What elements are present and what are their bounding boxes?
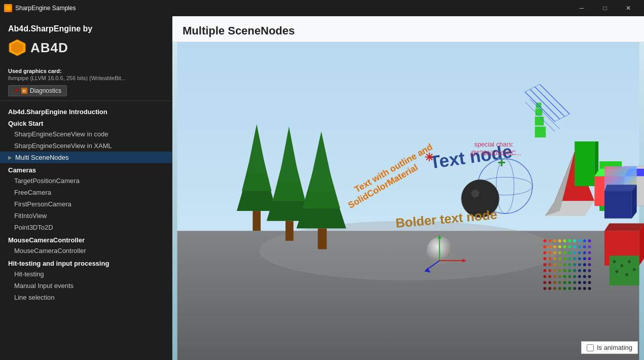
nav-section-quickstart: Quick Start bbox=[0, 117, 172, 128]
svg-point-97 bbox=[543, 257, 546, 260]
nav-item-point3dto2d[interactable]: Point3DTo2D bbox=[0, 222, 172, 233]
active-arrow-icon: ▶ bbox=[8, 155, 12, 160]
svg-point-79 bbox=[553, 245, 556, 248]
svg-point-156 bbox=[588, 287, 591, 290]
svg-point-86 bbox=[588, 245, 591, 248]
svg-point-137 bbox=[543, 281, 546, 284]
nav-item-sceneview-code[interactable]: SharpEngineSceneView in code bbox=[0, 128, 172, 140]
svg-point-63 bbox=[616, 270, 619, 273]
svg-point-130 bbox=[558, 275, 561, 278]
svg-text:+: + bbox=[497, 155, 506, 170]
svg-text:special chars:: special chars: bbox=[474, 140, 514, 148]
svg-point-95 bbox=[583, 251, 586, 254]
svg-point-139 bbox=[553, 281, 556, 284]
brand-diamond-icon bbox=[8, 39, 26, 57]
nav-item-hit-testing[interactable]: Hit-testing bbox=[0, 268, 172, 280]
nav-item-manual-input[interactable]: Manual Input events bbox=[0, 280, 172, 292]
svg-point-111 bbox=[563, 263, 566, 266]
nav-item-line-selection[interactable]: Line selection bbox=[0, 292, 172, 303]
svg-point-7 bbox=[259, 221, 557, 281]
svg-point-77 bbox=[543, 245, 546, 248]
svg-point-123 bbox=[573, 269, 576, 272]
svg-point-117 bbox=[543, 269, 546, 272]
svg-point-148 bbox=[548, 287, 551, 290]
diagnostics-label: Diagnostics bbox=[30, 87, 61, 94]
sidebar-header: Ab4d.SharpEngine by AB4D bbox=[0, 16, 172, 68]
svg-point-106 bbox=[588, 257, 591, 260]
brand-title: Ab4d.SharpEngine by bbox=[8, 24, 164, 33]
svg-point-64 bbox=[625, 273, 628, 276]
svg-point-60 bbox=[613, 260, 616, 263]
diagnostics-icon: D bbox=[21, 87, 28, 94]
svg-point-76 bbox=[588, 239, 591, 242]
svg-rect-38 bbox=[535, 117, 544, 126]
svg-point-133 bbox=[573, 275, 576, 278]
svg-point-131 bbox=[563, 275, 566, 278]
svg-point-89 bbox=[553, 251, 556, 254]
svg-point-82 bbox=[568, 245, 571, 248]
nav-item-sceneview-xaml[interactable]: SharpEngineSceneView in XAML bbox=[0, 140, 172, 152]
svg-point-93 bbox=[573, 251, 576, 254]
svg-point-122 bbox=[568, 269, 571, 272]
svg-point-108 bbox=[548, 263, 551, 266]
nav-item-target-camera[interactable]: TargetPositionCamera bbox=[0, 175, 172, 187]
graphics-card-section: Used graphics card: llvmpipe (LLVM 16.0.… bbox=[0, 68, 172, 101]
svg-point-91 bbox=[563, 251, 566, 254]
nav-item-fitintoview[interactable]: FitIntoView bbox=[0, 210, 172, 222]
svg-point-125 bbox=[583, 269, 586, 272]
svg-point-88 bbox=[548, 251, 551, 254]
svg-point-113 bbox=[573, 263, 576, 266]
svg-point-155 bbox=[583, 287, 586, 290]
nav-item-free-camera[interactable]: FreeCamera bbox=[0, 187, 172, 198]
svg-point-115 bbox=[583, 263, 586, 266]
svg-point-121 bbox=[563, 269, 566, 272]
svg-rect-15 bbox=[285, 221, 294, 241]
is-animating-control[interactable]: Is animating bbox=[581, 341, 638, 354]
svg-point-99 bbox=[553, 257, 556, 260]
svg-point-67 bbox=[543, 239, 546, 242]
svg-rect-39 bbox=[535, 109, 543, 116]
svg-point-147 bbox=[543, 287, 546, 290]
nav-item-multi-scenenodes[interactable]: ▶ Multi SceneNodes bbox=[0, 152, 172, 163]
titlebar: SharpEngine Samples ─ □ ✕ bbox=[0, 0, 644, 16]
svg-marker-57 bbox=[604, 185, 637, 191]
svg-point-151 bbox=[563, 287, 566, 290]
maximize-button[interactable]: □ bbox=[593, 0, 617, 16]
nav-section-cameras: Cameras bbox=[0, 163, 172, 175]
svg-point-141 bbox=[563, 281, 566, 284]
svg-point-143 bbox=[573, 281, 576, 284]
diagnostics-arrow-icon: ↗ bbox=[14, 87, 19, 94]
is-animating-label[interactable]: Is animating bbox=[597, 344, 632, 351]
nav-item-firstperson-camera[interactable]: FirstPersonCamera bbox=[0, 198, 172, 210]
svg-point-68 bbox=[548, 239, 551, 242]
svg-point-134 bbox=[578, 275, 581, 278]
nav-section-hit-testing: Hit-testing and input processing bbox=[0, 257, 172, 268]
svg-point-100 bbox=[558, 257, 561, 260]
svg-marker-0 bbox=[5, 5, 11, 11]
nav-section-mouse-camera: MouseCameraController bbox=[0, 233, 172, 245]
svg-point-72 bbox=[568, 239, 571, 242]
svg-point-24 bbox=[471, 190, 479, 198]
svg-point-96 bbox=[588, 251, 591, 254]
svg-point-126 bbox=[588, 269, 591, 272]
close-button[interactable]: ✕ bbox=[617, 0, 640, 16]
svg-point-94 bbox=[578, 251, 581, 254]
nav-item-mouse-camera-controller[interactable]: MouseCameraController bbox=[0, 245, 172, 257]
graphics-card-label: Used graphics card: bbox=[8, 68, 164, 74]
svg-point-142 bbox=[568, 281, 571, 284]
scene-viewport[interactable]: Text node + ✳ Text with outline and Soli… bbox=[172, 42, 644, 360]
svg-point-70 bbox=[558, 239, 561, 242]
svg-point-118 bbox=[548, 269, 551, 272]
is-animating-checkbox[interactable] bbox=[587, 344, 594, 351]
svg-point-105 bbox=[583, 257, 586, 260]
page-title: Multiple SceneNodes bbox=[172, 16, 644, 42]
diagnostics-button[interactable]: ↗ D Diagnostics bbox=[8, 85, 67, 96]
sidebar-nav[interactable]: Ab4d.SharpEngine Introduction Quick Star… bbox=[0, 101, 172, 360]
minimize-button[interactable]: ─ bbox=[570, 0, 593, 16]
svg-point-85 bbox=[583, 245, 586, 248]
svg-point-128 bbox=[548, 275, 551, 278]
svg-point-150 bbox=[558, 287, 561, 290]
svg-point-69 bbox=[553, 239, 556, 242]
svg-point-84 bbox=[578, 245, 581, 248]
svg-point-145 bbox=[583, 281, 586, 284]
